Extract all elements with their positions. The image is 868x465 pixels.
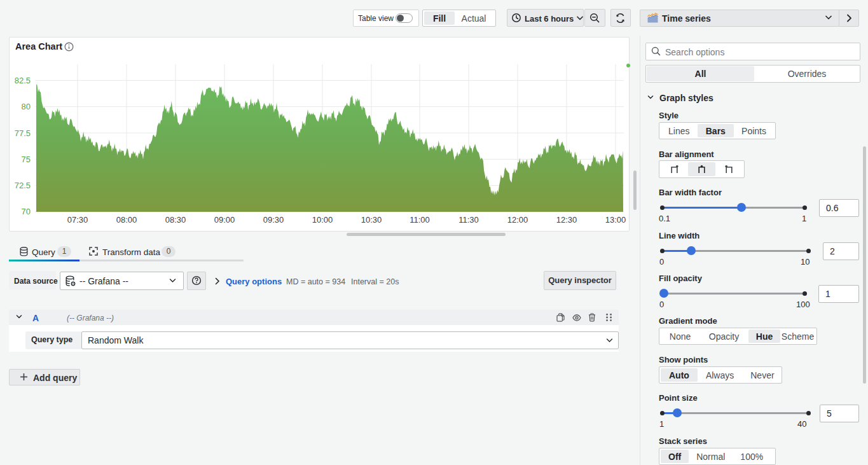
svg-text:80: 80 (22, 102, 31, 111)
svg-text:77.5: 77.5 (15, 128, 31, 138)
svg-text:13:00: 13:00 (605, 215, 626, 225)
svg-text:75: 75 (22, 155, 31, 164)
svg-text:09:30: 09:30 (263, 215, 284, 225)
svg-text:10:30: 10:30 (361, 215, 382, 225)
svg-text:72.5: 72.5 (15, 181, 31, 190)
svg-text:08:30: 08:30 (165, 215, 186, 225)
svg-text:70: 70 (22, 207, 31, 216)
svg-text:10:00: 10:00 (312, 215, 333, 225)
svg-text:07:30: 07:30 (67, 215, 88, 225)
svg-text:11:30: 11:30 (458, 215, 479, 225)
svg-text:11:00: 11:00 (410, 215, 430, 225)
svg-text:09:00: 09:00 (214, 215, 235, 225)
svg-text:12:30: 12:30 (556, 215, 577, 225)
svg-text:12:00: 12:00 (507, 215, 528, 225)
svg-text:82.5: 82.5 (15, 76, 31, 85)
svg-text:08:00: 08:00 (116, 215, 137, 225)
